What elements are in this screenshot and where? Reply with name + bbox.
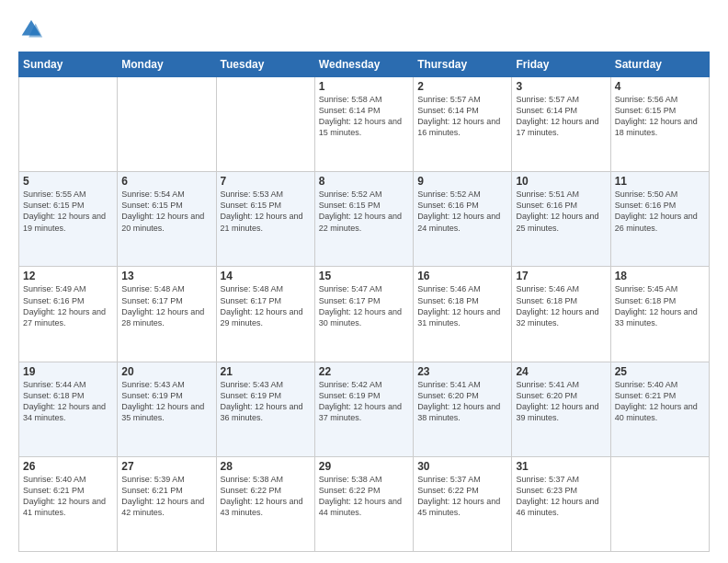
header xyxy=(18,17,710,42)
day-number: 24 xyxy=(516,365,606,378)
day-number: 21 xyxy=(221,365,311,378)
day-info: Sunrise: 5:38 AM Sunset: 6:22 PM Dayligh… xyxy=(319,474,409,519)
day-number: 22 xyxy=(319,365,409,378)
day-number: 27 xyxy=(121,460,211,473)
day-info: Sunrise: 5:51 AM Sunset: 6:16 PM Dayligh… xyxy=(516,189,606,234)
logo xyxy=(18,17,48,42)
day-number: 12 xyxy=(23,270,113,282)
day-info: Sunrise: 5:45 AM Sunset: 6:18 PM Dayligh… xyxy=(615,283,705,328)
weekday-header-wednesday: Wednesday xyxy=(314,52,413,77)
logo-icon xyxy=(18,17,44,42)
day-cell: 1Sunrise: 5:58 AM Sunset: 6:14 PM Daylig… xyxy=(314,77,413,172)
weekday-header-tuesday: Tuesday xyxy=(216,52,314,77)
week-row-3: 12Sunrise: 5:49 AM Sunset: 6:16 PM Dayli… xyxy=(19,267,710,362)
day-cell: 31Sunrise: 5:37 AM Sunset: 6:23 PM Dayli… xyxy=(512,456,610,551)
day-cell: 5Sunrise: 5:55 AM Sunset: 6:15 PM Daylig… xyxy=(19,172,118,267)
day-cell: 17Sunrise: 5:46 AM Sunset: 6:18 PM Dayli… xyxy=(512,267,610,362)
day-cell: 11Sunrise: 5:50 AM Sunset: 6:16 PM Dayli… xyxy=(610,172,709,267)
day-info: Sunrise: 5:49 AM Sunset: 6:16 PM Dayligh… xyxy=(23,283,113,328)
day-info: Sunrise: 5:56 AM Sunset: 6:15 PM Dayligh… xyxy=(615,94,705,139)
day-info: Sunrise: 5:52 AM Sunset: 6:15 PM Dayligh… xyxy=(319,189,409,234)
day-cell: 13Sunrise: 5:48 AM Sunset: 6:17 PM Dayli… xyxy=(118,267,216,362)
day-number: 4 xyxy=(615,80,705,93)
day-cell: 30Sunrise: 5:37 AM Sunset: 6:22 PM Dayli… xyxy=(414,456,512,551)
day-number: 7 xyxy=(221,175,311,188)
day-info: Sunrise: 5:37 AM Sunset: 6:22 PM Dayligh… xyxy=(417,474,507,519)
day-number: 25 xyxy=(615,365,705,378)
day-cell xyxy=(118,77,216,172)
day-number: 11 xyxy=(615,175,705,188)
day-cell: 28Sunrise: 5:38 AM Sunset: 6:22 PM Dayli… xyxy=(216,456,314,551)
day-info: Sunrise: 5:47 AM Sunset: 6:17 PM Dayligh… xyxy=(319,283,409,328)
day-number: 19 xyxy=(23,365,113,378)
day-number: 3 xyxy=(516,80,606,93)
day-info: Sunrise: 5:53 AM Sunset: 6:15 PM Dayligh… xyxy=(221,189,311,234)
day-info: Sunrise: 5:41 AM Sunset: 6:20 PM Dayligh… xyxy=(516,379,606,424)
day-cell xyxy=(216,77,314,172)
day-number: 15 xyxy=(319,270,409,282)
day-number: 9 xyxy=(417,175,507,188)
day-cell: 15Sunrise: 5:47 AM Sunset: 6:17 PM Dayli… xyxy=(314,267,413,362)
day-info: Sunrise: 5:52 AM Sunset: 6:16 PM Dayligh… xyxy=(417,189,507,234)
day-info: Sunrise: 5:38 AM Sunset: 6:22 PM Dayligh… xyxy=(221,474,311,519)
week-row-5: 26Sunrise: 5:40 AM Sunset: 6:21 PM Dayli… xyxy=(19,456,710,551)
day-cell: 14Sunrise: 5:48 AM Sunset: 6:17 PM Dayli… xyxy=(216,267,314,362)
day-cell xyxy=(610,456,709,551)
day-number: 17 xyxy=(516,270,606,282)
page: SundayMondayTuesdayWednesdayThursdayFrid… xyxy=(0,0,728,563)
day-number: 6 xyxy=(121,175,211,188)
day-number: 31 xyxy=(516,460,606,473)
day-number: 20 xyxy=(121,365,211,378)
day-info: Sunrise: 5:39 AM Sunset: 6:21 PM Dayligh… xyxy=(121,474,211,519)
day-cell: 24Sunrise: 5:41 AM Sunset: 6:20 PM Dayli… xyxy=(512,362,610,456)
day-cell: 2Sunrise: 5:57 AM Sunset: 6:14 PM Daylig… xyxy=(414,77,512,172)
day-cell: 21Sunrise: 5:43 AM Sunset: 6:19 PM Dayli… xyxy=(216,362,314,456)
weekday-header-sunday: Sunday xyxy=(19,52,118,77)
day-cell: 7Sunrise: 5:53 AM Sunset: 6:15 PM Daylig… xyxy=(216,172,314,267)
day-info: Sunrise: 5:40 AM Sunset: 6:21 PM Dayligh… xyxy=(23,474,113,519)
day-number: 2 xyxy=(417,80,507,93)
day-number: 28 xyxy=(221,460,311,473)
day-number: 13 xyxy=(121,270,211,282)
week-row-2: 5Sunrise: 5:55 AM Sunset: 6:15 PM Daylig… xyxy=(19,172,710,267)
day-info: Sunrise: 5:57 AM Sunset: 6:14 PM Dayligh… xyxy=(417,94,507,139)
day-info: Sunrise: 5:57 AM Sunset: 6:14 PM Dayligh… xyxy=(516,94,606,139)
day-cell: 3Sunrise: 5:57 AM Sunset: 6:14 PM Daylig… xyxy=(512,77,610,172)
day-cell: 6Sunrise: 5:54 AM Sunset: 6:15 PM Daylig… xyxy=(118,172,216,267)
day-info: Sunrise: 5:37 AM Sunset: 6:23 PM Dayligh… xyxy=(516,474,606,519)
day-number: 16 xyxy=(417,270,507,282)
day-info: Sunrise: 5:42 AM Sunset: 6:19 PM Dayligh… xyxy=(319,379,409,424)
day-info: Sunrise: 5:58 AM Sunset: 6:14 PM Dayligh… xyxy=(319,94,409,139)
day-cell: 16Sunrise: 5:46 AM Sunset: 6:18 PM Dayli… xyxy=(414,267,512,362)
day-info: Sunrise: 5:46 AM Sunset: 6:18 PM Dayligh… xyxy=(516,283,606,328)
weekday-header-thursday: Thursday xyxy=(414,52,512,77)
day-number: 18 xyxy=(615,270,705,282)
day-info: Sunrise: 5:46 AM Sunset: 6:18 PM Dayligh… xyxy=(417,283,507,328)
day-number: 30 xyxy=(417,460,507,473)
day-cell: 18Sunrise: 5:45 AM Sunset: 6:18 PM Dayli… xyxy=(610,267,709,362)
day-cell: 20Sunrise: 5:43 AM Sunset: 6:19 PM Dayli… xyxy=(118,362,216,456)
day-number: 1 xyxy=(319,80,409,93)
day-info: Sunrise: 5:44 AM Sunset: 6:18 PM Dayligh… xyxy=(23,379,113,424)
day-cell: 22Sunrise: 5:42 AM Sunset: 6:19 PM Dayli… xyxy=(314,362,413,456)
day-cell: 23Sunrise: 5:41 AM Sunset: 6:20 PM Dayli… xyxy=(414,362,512,456)
day-cell xyxy=(19,77,118,172)
day-number: 29 xyxy=(319,460,409,473)
weekday-header-monday: Monday xyxy=(118,52,216,77)
day-cell: 26Sunrise: 5:40 AM Sunset: 6:21 PM Dayli… xyxy=(19,456,118,551)
day-info: Sunrise: 5:48 AM Sunset: 6:17 PM Dayligh… xyxy=(221,283,311,328)
day-info: Sunrise: 5:40 AM Sunset: 6:21 PM Dayligh… xyxy=(615,379,705,424)
weekday-header-row: SundayMondayTuesdayWednesdayThursdayFrid… xyxy=(19,52,710,77)
day-info: Sunrise: 5:48 AM Sunset: 6:17 PM Dayligh… xyxy=(121,283,211,328)
day-number: 14 xyxy=(221,270,311,282)
day-number: 5 xyxy=(23,175,113,188)
day-number: 10 xyxy=(516,175,606,188)
day-info: Sunrise: 5:43 AM Sunset: 6:19 PM Dayligh… xyxy=(221,379,311,424)
day-cell: 19Sunrise: 5:44 AM Sunset: 6:18 PM Dayli… xyxy=(19,362,118,456)
day-number: 8 xyxy=(319,175,409,188)
day-cell: 4Sunrise: 5:56 AM Sunset: 6:15 PM Daylig… xyxy=(610,77,709,172)
day-cell: 8Sunrise: 5:52 AM Sunset: 6:15 PM Daylig… xyxy=(314,172,413,267)
day-info: Sunrise: 5:43 AM Sunset: 6:19 PM Dayligh… xyxy=(121,379,211,424)
day-cell: 27Sunrise: 5:39 AM Sunset: 6:21 PM Dayli… xyxy=(118,456,216,551)
weekday-header-friday: Friday xyxy=(512,52,610,77)
